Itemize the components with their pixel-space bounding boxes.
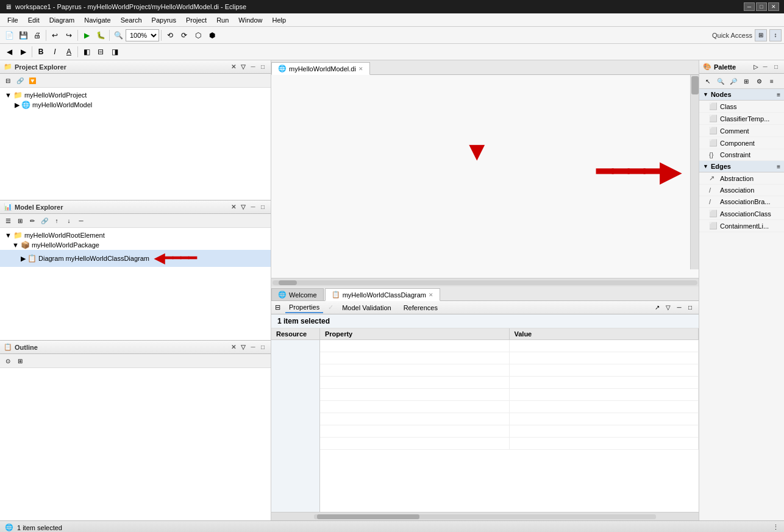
tab-welcome[interactable]: 🌐 Welcome	[271, 288, 324, 300]
zoom-select[interactable]: 100%	[126, 29, 159, 41]
palette-item-comment[interactable]: ⬜ Comment	[699, 125, 784, 137]
editor-tab-model-close[interactable]: ✕	[358, 66, 363, 72]
menu-navigate[interactable]: Navigate	[79, 15, 115, 25]
back-button[interactable]: ◀	[2, 45, 16, 59]
menu-run[interactable]: Run	[212, 15, 233, 25]
forward-button[interactable]: ▶	[16, 45, 30, 59]
palette-select-btn[interactable]: ↖	[702, 75, 714, 87]
maximize-panel-icon[interactable]: □	[258, 63, 267, 71]
tree-item-root[interactable]: ▼ 📁 myHelloWorldRootElement	[0, 230, 271, 240]
palette-grid-btn[interactable]: ⊞	[740, 75, 752, 87]
palette-expand-icon[interactable]: ▷	[754, 63, 758, 70]
me-menu-icon[interactable]: ▽	[239, 203, 248, 211]
me-btn6[interactable]: ↓	[63, 215, 74, 226]
editor-tab-model[interactable]: 🌐 myHelloWorldModel.di ✕	[271, 62, 370, 75]
tree-item-diagram[interactable]: ▶ 📋 Diagram myHelloWorldClassDiagram ◀━━…	[0, 250, 271, 267]
tab-classdiagram-close[interactable]: ✕	[429, 292, 433, 298]
align-center-button[interactable]: ⊟	[94, 45, 107, 59]
titlebar-controls[interactable]: ─ □ ✕	[744, 2, 779, 11]
prop-hscrollbar[interactable]	[271, 512, 699, 520]
me-btn3[interactable]: ✏	[27, 215, 38, 226]
palette-zoom-out-btn[interactable]: 🔎	[727, 75, 739, 87]
palette-item-class[interactable]: ⬜ Class	[699, 101, 784, 113]
me-min-icon[interactable]: ─	[249, 203, 257, 211]
palette-max-icon[interactable]: □	[772, 63, 780, 71]
prop-max-icon[interactable]: □	[685, 303, 695, 313]
view-menu-icon[interactable]: ▽	[239, 63, 248, 71]
outline-expand-btn[interactable]: ⊞	[15, 355, 26, 366]
tree-item-model[interactable]: ▶ 🌐 myHelloWorldModel	[0, 100, 271, 110]
me-close-icon[interactable]: ✕	[229, 203, 238, 211]
pe-collapse-btn[interactable]: ⊟	[2, 75, 13, 86]
redo-button[interactable]: ↪	[62, 29, 76, 42]
me-btn2[interactable]: ⊞	[15, 215, 26, 226]
palette-item-component[interactable]: ⬜ Component	[699, 137, 784, 149]
pe-link-btn[interactable]: 🔗	[15, 75, 26, 86]
tree-item-project[interactable]: ▼ 📁 myHelloWorldProject	[0, 90, 271, 100]
quickaccess-icon-1[interactable]: ⊞	[755, 29, 767, 41]
prop-tab-properties[interactable]: Properties	[285, 302, 323, 313]
project-explorer-controls[interactable]: ✕ ▽ ─ □	[229, 63, 267, 71]
model-explorer-controls[interactable]: ✕ ▽ ─ □	[229, 203, 267, 211]
quickaccess-icon-2[interactable]: ↕	[769, 29, 782, 41]
properties-controls[interactable]: ↗ ▽ ─ □	[652, 303, 695, 313]
menu-edit[interactable]: Edit	[23, 15, 45, 25]
outline-max-icon[interactable]: □	[258, 343, 267, 352]
edges-section-more[interactable]: ≡	[777, 163, 780, 170]
undo-button[interactable]: ↩	[48, 29, 62, 42]
tab-classdiagram[interactable]: 📋 myHelloWorldClassDiagram ✕	[325, 288, 440, 301]
italic-button[interactable]: I	[48, 45, 62, 59]
menu-papyrus[interactable]: Papyrus	[147, 15, 181, 25]
me-max-icon[interactable]: □	[258, 203, 267, 211]
menu-project[interactable]: Project	[181, 15, 212, 25]
statusbar-context-menu-icon[interactable]: ⋮	[772, 523, 779, 531]
toolbar-btn-a[interactable]: ⟲	[163, 29, 177, 42]
me-btn5[interactable]: ↑	[51, 215, 62, 226]
menu-diagram[interactable]: Diagram	[45, 15, 80, 25]
nodes-section-more[interactable]: ≡	[777, 91, 780, 98]
prop-min-icon[interactable]: ─	[674, 303, 684, 313]
palette-item-constraint[interactable]: {} Constraint	[699, 149, 784, 161]
palette-item-association[interactable]: / Association	[699, 185, 784, 196]
menu-window[interactable]: Window	[233, 15, 267, 25]
toolbar-btn-d[interactable]: ⬢	[205, 29, 219, 42]
save-button[interactable]: 💾	[16, 29, 30, 42]
vertical-scrollbar[interactable]	[690, 75, 699, 269]
prop-menu-icon[interactable]: ▽	[663, 303, 673, 313]
menu-file[interactable]: File	[2, 15, 23, 25]
toolbar-btn-c[interactable]: ⬡	[191, 29, 205, 42]
palette-section-edges-header[interactable]: ▼ Edges ≡	[699, 161, 784, 172]
outline-min-icon[interactable]: ─	[249, 343, 257, 352]
palette-section-nodes-header[interactable]: ▼ Nodes ≡	[699, 89, 784, 101]
minimize-panel-icon[interactable]: ─	[249, 63, 257, 71]
toolbar-btn-b[interactable]: ⟳	[177, 29, 191, 42]
outline-close-icon[interactable]: ✕	[229, 343, 238, 352]
palette-item-classifiertemp[interactable]: ⬜ ClassifierTemp...	[699, 113, 784, 125]
minimize-button[interactable]: ─	[744, 2, 755, 11]
prop-export-icon[interactable]: ↗	[652, 303, 662, 313]
prop-scroll-thumb[interactable]	[317, 514, 419, 519]
tree-item-package[interactable]: ▼ 📦 myHelloWorldPackage	[0, 240, 271, 250]
me-btn4[interactable]: 🔗	[39, 215, 50, 226]
print-button[interactable]: 🖨	[30, 29, 44, 42]
palette-min-icon[interactable]: ─	[761, 63, 769, 71]
outline-menu-icon[interactable]: ▽	[239, 343, 248, 352]
bold-button[interactable]: B	[34, 45, 48, 59]
palette-item-containmentli[interactable]: ⬜ ContainmentLi...	[699, 220, 784, 232]
palette-settings-btn[interactable]: ⚙	[753, 75, 765, 87]
run-button[interactable]: ▶	[80, 29, 93, 42]
me-btn1[interactable]: ☰	[2, 215, 13, 226]
outline-sync-btn[interactable]: ⊙	[2, 355, 13, 366]
palette-item-abstraction[interactable]: ↗ Abstraction	[699, 172, 784, 185]
align-right-button[interactable]: ◨	[108, 45, 121, 59]
hscroll-thumb[interactable]	[279, 280, 297, 285]
me-btn7[interactable]: ─	[76, 215, 87, 226]
menu-help[interactable]: Help	[267, 15, 291, 25]
prop-tab-validation[interactable]: Model Validation	[338, 303, 395, 313]
underline-button[interactable]: A	[62, 45, 76, 59]
debug-button[interactable]: 🐛	[94, 29, 107, 42]
prop-tab-references[interactable]: References	[400, 303, 441, 313]
menu-search[interactable]: Search	[116, 15, 147, 25]
zoom-in-button[interactable]: 🔍	[112, 29, 125, 42]
maximize-button[interactable]: □	[756, 2, 767, 11]
